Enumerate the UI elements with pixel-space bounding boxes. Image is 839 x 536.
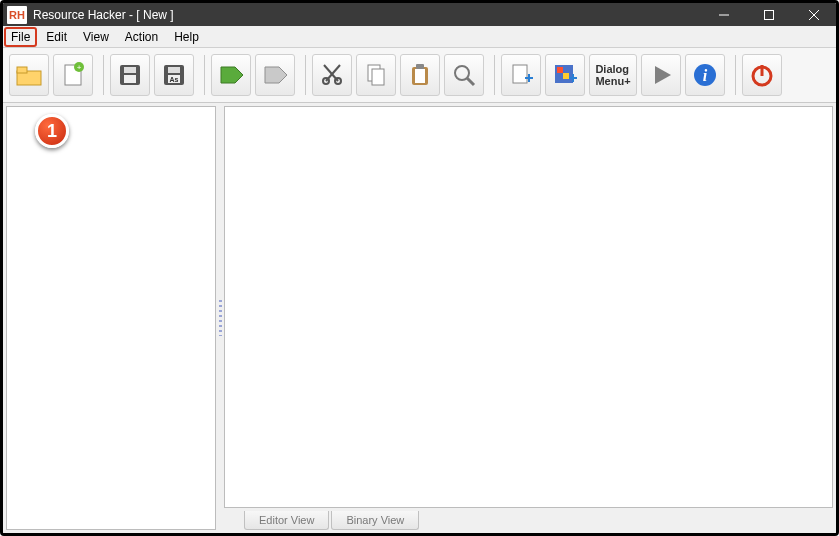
menu-edit[interactable]: Edit — [38, 27, 75, 47]
svg-rect-36 — [572, 74, 574, 82]
splitter[interactable] — [216, 103, 224, 533]
svg-rect-34 — [563, 73, 569, 79]
svg-text:+: + — [77, 63, 82, 72]
new-button[interactable]: + — [53, 54, 93, 96]
play-button[interactable] — [641, 54, 681, 96]
menu-help[interactable]: Help — [166, 27, 207, 47]
right-pane: Editor View Binary View — [224, 106, 833, 530]
svg-marker-16 — [221, 67, 243, 83]
page-plus-icon — [507, 61, 535, 89]
tag-green-button[interactable] — [211, 54, 251, 96]
window-title: Resource Hacker - [ New ] — [33, 8, 174, 22]
scissors-icon — [318, 61, 346, 89]
menu-action[interactable]: Action — [117, 27, 166, 47]
cut-button[interactable] — [312, 54, 352, 96]
client-area: Editor View Binary View — [3, 103, 836, 533]
svg-rect-5 — [17, 67, 27, 73]
clipboard-icon — [406, 61, 434, 89]
tab-editor-view[interactable]: Editor View — [244, 511, 329, 530]
minimize-button[interactable] — [701, 3, 746, 26]
menu-file[interactable]: File — [3, 27, 38, 47]
tag-grey-button[interactable] — [255, 54, 295, 96]
save-as-button[interactable]: As — [154, 54, 194, 96]
toolbar: 1 + As — [3, 48, 836, 103]
svg-rect-11 — [124, 75, 136, 83]
new-file-icon: + — [59, 61, 87, 89]
power-icon — [748, 61, 776, 89]
titlebar: RH Resource Hacker - [ New ] — [3, 3, 836, 26]
maximize-button[interactable] — [746, 3, 791, 26]
svg-line-28 — [467, 78, 474, 85]
svg-rect-10 — [124, 67, 136, 73]
add-script-button[interactable] — [501, 54, 541, 96]
svg-rect-25 — [415, 69, 425, 83]
floppy-as-icon: As — [160, 61, 188, 89]
floppy-icon — [116, 61, 144, 89]
save-button[interactable] — [110, 54, 150, 96]
svg-rect-1 — [764, 10, 773, 19]
tab-binary-view[interactable]: Binary View — [331, 511, 419, 530]
info-button[interactable]: i — [685, 54, 725, 96]
tag-green-icon — [217, 61, 245, 89]
step-badge: 1 — [35, 114, 69, 148]
resource-tree[interactable] — [6, 106, 216, 530]
app-icon: RH — [7, 6, 27, 24]
copy-button[interactable] — [356, 54, 396, 96]
copy-icon — [362, 61, 390, 89]
play-icon — [647, 61, 675, 89]
editor-area[interactable] — [224, 106, 833, 508]
resource-plus-icon — [551, 61, 579, 89]
svg-rect-33 — [557, 67, 563, 73]
svg-marker-17 — [265, 67, 287, 83]
svg-text:i: i — [703, 67, 708, 84]
add-resource-button[interactable] — [545, 54, 585, 96]
open-button[interactable] — [9, 54, 49, 96]
paste-button[interactable] — [400, 54, 440, 96]
info-icon: i — [691, 61, 719, 89]
exit-button[interactable] — [742, 54, 782, 96]
svg-rect-23 — [372, 69, 384, 85]
svg-text:As: As — [170, 76, 179, 83]
close-button[interactable] — [791, 3, 836, 26]
menu-view[interactable]: View — [75, 27, 117, 47]
magnifier-icon — [450, 61, 478, 89]
svg-rect-26 — [416, 64, 424, 69]
svg-rect-31 — [528, 74, 530, 82]
svg-rect-29 — [513, 65, 527, 83]
find-button[interactable] — [444, 54, 484, 96]
folder-open-icon — [15, 61, 43, 89]
svg-point-27 — [455, 66, 469, 80]
menu-file-label: File — [11, 30, 30, 44]
dialog-menu-button[interactable]: Dialog Menu+ — [589, 54, 637, 96]
view-tabs: Editor View Binary View — [224, 508, 833, 530]
menubar: File Edit View Action Help — [3, 26, 836, 48]
dialog-menu-label: Dialog Menu+ — [595, 63, 630, 87]
svg-rect-13 — [168, 67, 180, 73]
svg-marker-37 — [655, 66, 671, 84]
tag-grey-icon — [261, 61, 289, 89]
